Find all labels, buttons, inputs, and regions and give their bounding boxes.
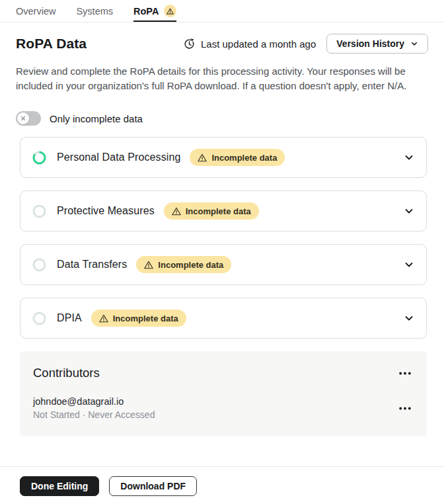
history-clock-icon bbox=[184, 38, 195, 50]
incomplete-filter-row: Only incomplete data bbox=[16, 111, 428, 126]
progress-ring bbox=[32, 258, 46, 272]
chevron-down-icon[interactable] bbox=[404, 206, 414, 216]
last-updated-text: Last updated a month ago bbox=[201, 38, 316, 50]
last-updated: Last updated a month ago bbox=[184, 38, 316, 50]
done-editing-button[interactable]: Done Editing bbox=[20, 476, 99, 496]
tab-ropa[interactable]: RoPA bbox=[133, 0, 176, 22]
version-history-label: Version History bbox=[336, 38, 404, 49]
incomplete-badge: Incomplete data bbox=[136, 256, 231, 273]
header-right: Last updated a month ago Version History bbox=[184, 34, 428, 54]
incomplete-badge: Incomplete data bbox=[164, 202, 259, 220]
warning-triangle-icon bbox=[172, 207, 181, 216]
warning-triangle-icon bbox=[198, 153, 207, 162]
warning-triangle-icon bbox=[99, 314, 108, 323]
warning-triangle-icon bbox=[144, 261, 153, 269]
badge-label: Incomplete data bbox=[158, 260, 223, 270]
chevron-down-icon[interactable] bbox=[404, 259, 414, 270]
tab-systems[interactable]: Systems bbox=[76, 0, 113, 22]
toggle-knob bbox=[17, 112, 29, 124]
ropa-sections: Personal Data Processing Incomplete data… bbox=[20, 137, 427, 339]
contributor-row: johndoe@datagrail.io Not Started · Never… bbox=[33, 396, 414, 420]
only-incomplete-toggle[interactable] bbox=[16, 111, 41, 126]
contributors-panel: Contributors johndoe@datagrail.io Not St… bbox=[20, 351, 427, 436]
chevron-down-icon[interactable] bbox=[404, 313, 414, 323]
section-title: Protective Measures bbox=[57, 205, 155, 217]
badge-label: Incomplete data bbox=[186, 206, 251, 216]
chevron-down-icon[interactable] bbox=[404, 152, 414, 163]
contributor-status: Not Started · Never Accessed bbox=[33, 409, 155, 420]
footer-actions: Done Editing Download PDF bbox=[0, 466, 444, 504]
contributor-info: johndoe@datagrail.io Not Started · Never… bbox=[33, 396, 155, 420]
ellipsis-icon bbox=[399, 407, 411, 410]
toggle-label: Only incomplete data bbox=[50, 113, 143, 124]
badge-label: Incomplete data bbox=[113, 314, 178, 323]
tab-label: RoPA bbox=[133, 6, 159, 17]
contributor-email: johndoe@datagrail.io bbox=[33, 396, 155, 407]
x-icon bbox=[20, 116, 26, 121]
section-title: DPIA bbox=[57, 312, 82, 324]
contributors-title: Contributors bbox=[33, 366, 100, 380]
tab-label: Systems bbox=[76, 6, 113, 17]
ellipsis-icon bbox=[399, 372, 411, 375]
section-data-transfers[interactable]: Data Transfers Incomplete data bbox=[20, 244, 427, 285]
progress-ring bbox=[32, 204, 46, 218]
warning-triangle-icon bbox=[164, 5, 176, 17]
version-history-button[interactable]: Version History bbox=[326, 34, 428, 54]
chevron-down-icon bbox=[410, 40, 418, 48]
tab-label: Overview bbox=[16, 6, 56, 17]
section-protective-measures[interactable]: Protective Measures Incomplete data bbox=[20, 190, 427, 231]
progress-ring bbox=[32, 151, 46, 165]
page-title: RoPA Data bbox=[16, 36, 87, 52]
incomplete-badge: Incomplete data bbox=[190, 149, 285, 166]
progress-ring bbox=[32, 312, 46, 325]
contributors-menu-button[interactable] bbox=[396, 369, 414, 378]
incomplete-badge: Incomplete data bbox=[91, 310, 186, 327]
section-title: Data Transfers bbox=[57, 259, 127, 271]
page-description: Review and complete the RoPA details for… bbox=[16, 64, 427, 93]
section-title: Personal Data Processing bbox=[57, 151, 180, 163]
download-pdf-button[interactable]: Download PDF bbox=[109, 476, 197, 496]
tab-bar: Overview Systems RoPA bbox=[0, 0, 444, 22]
contributor-menu-button[interactable] bbox=[396, 404, 414, 413]
page-header: RoPA Data Last updated a month ago Versi… bbox=[16, 33, 428, 54]
section-dpia[interactable]: DPIA Incomplete data bbox=[20, 298, 427, 339]
section-personal-data-processing[interactable]: Personal Data Processing Incomplete data bbox=[20, 137, 427, 178]
tab-overview[interactable]: Overview bbox=[16, 0, 56, 22]
badge-label: Incomplete data bbox=[211, 153, 277, 163]
